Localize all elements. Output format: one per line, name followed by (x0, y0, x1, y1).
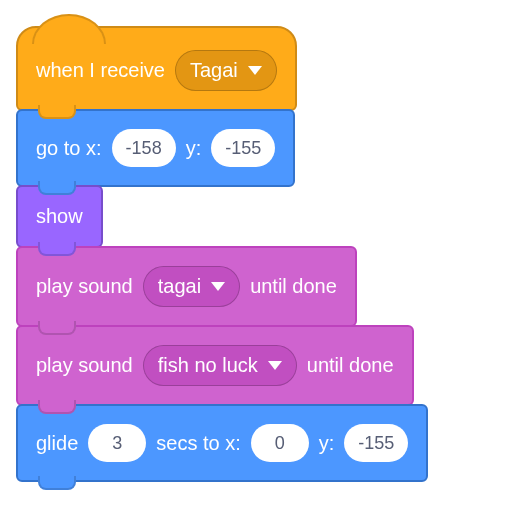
when-i-receive-block[interactable]: when I receive Tagai (16, 26, 297, 111)
dropdown-value: tagai (158, 275, 201, 298)
x-input[interactable]: 0 (251, 424, 309, 462)
secs-input[interactable]: 3 (88, 424, 146, 462)
sound-dropdown[interactable]: tagai (143, 266, 240, 307)
dropdown-value: fish no luck (158, 354, 258, 377)
block-label: secs to x: (156, 432, 240, 455)
block-label: go to x: (36, 137, 102, 160)
block-label: y: (186, 137, 202, 160)
glide-to-xy-block[interactable]: glide 3 secs to x: 0 y: -155 (16, 404, 428, 482)
scratch-script: when I receive Tagai go to x: -158 y: -1… (16, 16, 490, 482)
block-label: until done (250, 275, 337, 298)
y-input[interactable]: -155 (344, 424, 408, 462)
x-input[interactable]: -158 (112, 129, 176, 167)
dropdown-value: Tagai (190, 59, 238, 82)
block-label: y: (319, 432, 335, 455)
play-sound-until-done-block[interactable]: play sound fish no luck until done (16, 325, 414, 406)
go-to-xy-block[interactable]: go to x: -158 y: -155 (16, 109, 295, 187)
play-sound-until-done-block[interactable]: play sound tagai until done (16, 246, 357, 327)
block-label: glide (36, 432, 78, 455)
sound-dropdown[interactable]: fish no luck (143, 345, 297, 386)
chevron-down-icon (248, 66, 262, 75)
chevron-down-icon (268, 361, 282, 370)
chevron-down-icon (211, 282, 225, 291)
block-label: when I receive (36, 59, 165, 82)
block-label: play sound (36, 354, 133, 377)
message-dropdown[interactable]: Tagai (175, 50, 277, 91)
block-label: show (36, 205, 83, 228)
block-label: play sound (36, 275, 133, 298)
block-label: until done (307, 354, 394, 377)
y-input[interactable]: -155 (211, 129, 275, 167)
